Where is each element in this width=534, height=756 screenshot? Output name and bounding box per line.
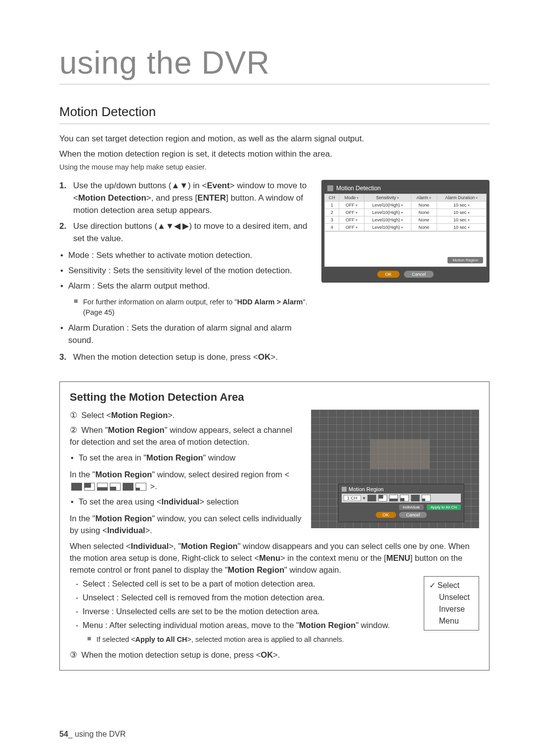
kw-motion-region: Motion Region: [146, 453, 203, 462]
selected-cells: [370, 439, 430, 469]
col-alarm-duration[interactable]: Alarm Duration: [437, 194, 486, 202]
chapter-title: using the DVR: [59, 44, 490, 84]
t: For further information on alarm output,…: [83, 298, 237, 306]
col-mode[interactable]: Mode: [339, 194, 364, 202]
step-2-text: Use direction buttons (▲▼◀ ▶) to move to…: [73, 221, 308, 243]
t: Menu : After selecting individual motion…: [83, 621, 299, 630]
region-preset-icon[interactable]: [135, 483, 146, 491]
kw-ok: OK: [258, 352, 271, 362]
kw-individual: Individual: [161, 497, 199, 506]
square-bullet-icon: [88, 637, 91, 640]
motion-region-screenshot: Motion Region 1 CH ▾: [311, 410, 479, 528]
box-title: Setting the Motion Detection Area: [70, 391, 479, 404]
panel-title: Motion Detection: [324, 183, 487, 194]
t: When the motion detection setup is done,…: [82, 650, 261, 659]
channel-select[interactable]: 1 CH: [344, 495, 361, 501]
step-2-num: 2.: [59, 220, 66, 233]
kw-motion-region: Motion Region: [299, 621, 356, 630]
cell-mode[interactable]: OFF: [339, 209, 364, 216]
ok-button[interactable]: OK: [376, 512, 396, 518]
motion-region-popup: Motion Region 1 CH ▾: [338, 484, 464, 522]
cell-sens[interactable]: Level10(High): [364, 209, 411, 216]
page-number: 54: [59, 730, 68, 738]
cell-mode[interactable]: OFF: [339, 202, 364, 209]
cell-alarm: None: [411, 209, 437, 216]
footer-text: using the DVR: [75, 730, 126, 738]
region-preset-icon[interactable]: [411, 495, 420, 502]
panel-body: Motion Region: [324, 231, 487, 267]
t: To set the area using <: [79, 497, 161, 506]
cancel-button[interactable]: Cancel: [399, 512, 427, 518]
ok-button[interactable]: OK: [377, 271, 400, 278]
table-row: 1 OFF Level10(High) None 10 sec: [325, 202, 487, 209]
t: >, selected motion area is applied to al…: [187, 635, 344, 643]
kw-menu: Menu: [259, 553, 280, 562]
region-preset-icon[interactable]: [422, 495, 431, 502]
region-preset-icon[interactable]: [400, 495, 409, 502]
kw-individual: Individual: [131, 542, 169, 550]
kw-apply-all: Apply to All CH: [135, 635, 187, 643]
step-2: 2. Use direction buttons (▲▼◀ ▶) to move…: [59, 220, 311, 245]
box-p2: In the "Motion Region" window, you can s…: [70, 513, 303, 537]
panel-title-text: Motion Detection: [336, 185, 381, 192]
col-sensitivity[interactable]: Sensitivity: [364, 194, 411, 202]
region-preset-icon[interactable]: [378, 495, 387, 502]
kw-motion-region: Motion Region: [111, 411, 168, 420]
cell-dur[interactable]: 10 sec: [437, 209, 486, 216]
t: " window: [203, 453, 235, 462]
cell-dur[interactable]: 10 sec: [437, 224, 486, 231]
region-preset-icon[interactable]: [71, 483, 82, 491]
step-1-text: Use the up/down buttons (▲▼) in <Event> …: [73, 181, 307, 214]
num-3-icon: ③: [70, 650, 77, 659]
box-bullet-1: To set the area in "Motion Region" windo…: [70, 452, 303, 464]
kw-individual: Individual: [107, 526, 145, 535]
region-preset-icon[interactable]: [389, 495, 398, 502]
kw-motion-region: Motion Region: [95, 514, 152, 523]
kw-motion-region: Motion Region: [181, 542, 238, 550]
kw-menu-btn: MENU: [386, 553, 410, 562]
cell-dur[interactable]: 10 sec: [437, 202, 486, 209]
person-icon: [342, 487, 347, 492]
region-preset-icon[interactable]: [97, 483, 108, 491]
motion-region-button[interactable]: Motion Region: [447, 257, 483, 263]
cell-alarm: None: [411, 216, 437, 224]
dash-select: Select : Selected cell is set to be a pa…: [76, 578, 479, 590]
t: >, ": [169, 542, 181, 550]
cell-ch: 4: [325, 224, 339, 231]
t: >.: [270, 352, 278, 362]
table-row: 4 OFF Level10(High) None 10 sec: [325, 224, 487, 231]
cell-dur[interactable]: 10 sec: [437, 216, 486, 224]
individual-button[interactable]: Individual: [399, 504, 424, 510]
cell-sens[interactable]: Level10(High): [364, 224, 411, 231]
apply-all-ch-button[interactable]: Apply to All CH: [427, 504, 461, 510]
t: >.: [273, 650, 280, 659]
step-3-num: 3.: [59, 351, 66, 364]
region-preset-icon[interactable]: [84, 483, 95, 491]
cancel-button[interactable]: Cancel: [404, 271, 434, 278]
region-preset-icon[interactable]: [123, 483, 134, 491]
region-preset-icon[interactable]: [110, 483, 121, 491]
cell-ch: 3: [325, 216, 339, 224]
region-preset-icon[interactable]: [367, 495, 376, 502]
t: In the ": [70, 470, 95, 479]
cell-alarm: None: [411, 224, 437, 231]
chevron-down-icon[interactable]: ▾: [363, 496, 365, 501]
page-footer: 54_ using the DVR: [59, 730, 490, 739]
dash-menu: Menu : After selecting individual motion…: [76, 620, 479, 631]
step-3-text: When the motion detection setup is done,…: [73, 352, 278, 362]
kw-enter: ENTER: [197, 193, 226, 203]
box-step-1: ① Select <Motion Region>.: [70, 410, 303, 421]
cell-mode[interactable]: OFF: [339, 224, 364, 231]
t: >.: [168, 411, 175, 420]
box-p1: In the "Motion Region" window, select de…: [70, 469, 303, 493]
cell-sens[interactable]: Level10(High): [364, 216, 411, 224]
kw-motion-region: Motion Region: [108, 425, 165, 434]
cell-ch: 1: [325, 202, 339, 209]
kw-motion-detection: Motion Detection: [78, 193, 146, 203]
cell-sens[interactable]: Level10(High): [364, 202, 411, 209]
col-alarm[interactable]: Alarm: [411, 194, 437, 202]
cell-mode[interactable]: OFF: [339, 216, 364, 224]
t: In the ": [70, 514, 95, 523]
mouse-note: Using the mouse may help make setup easi…: [59, 163, 490, 171]
motion-detection-panel: Motion Detection CH Mode Sensitivity Ala…: [321, 180, 490, 283]
